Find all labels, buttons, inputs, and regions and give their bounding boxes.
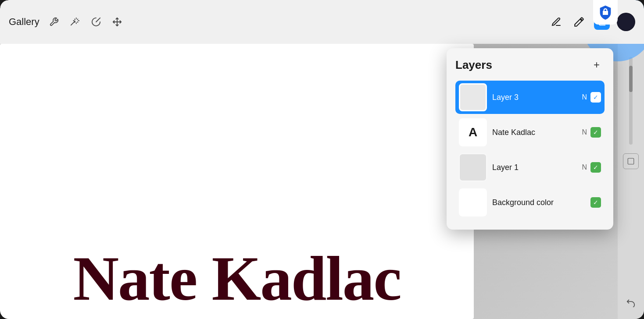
nate-kadlac-checkbox[interactable]: ✓ (590, 127, 601, 138)
background-color-name: Background color (492, 198, 587, 207)
nate-kadlac-mode: N (582, 128, 587, 136)
nate-kadlac-name: Nate Kadlac (492, 128, 578, 137)
layer3-checkbox[interactable]: ✓ (590, 92, 601, 103)
top-bar: Gallery (0, 0, 644, 44)
layer1-thumbnail (459, 153, 487, 181)
canvas-text: Nate Kadlac (0, 247, 474, 310)
pen-tool-button[interactable] (548, 14, 564, 30)
layer1-info: Layer 1 N ✓ (492, 162, 601, 173)
white-canvas: Nate Kadlac (0, 44, 474, 319)
layer-item-layer1[interactable]: Layer 1 N ✓ (455, 151, 605, 184)
square-sidebar-button[interactable] (623, 153, 639, 169)
layer1-name: Layer 1 (492, 163, 578, 172)
selection-tool-button[interactable] (89, 15, 103, 28)
layer1-checkbox[interactable]: ✓ (590, 162, 601, 173)
bitwarden-badge[interactable] (593, 0, 618, 25)
layer-item-layer3[interactable]: Layer 3 N ✓ (455, 81, 605, 114)
color-swatch-button[interactable] (617, 13, 635, 31)
magic-wand-tool-button[interactable] (68, 15, 82, 28)
layer3-mode: N (582, 93, 587, 101)
layer-item-background-color[interactable]: Background color ✓ (455, 186, 605, 219)
layers-title: Layers (455, 58, 492, 72)
layers-header: Layers + (455, 57, 605, 73)
layer3-info: Layer 3 N ✓ (492, 92, 601, 103)
background-color-checkbox[interactable]: ✓ (590, 197, 601, 208)
brush-tool-button[interactable] (571, 14, 587, 30)
layer3-name: Layer 3 (492, 93, 578, 102)
background-color-thumbnail (459, 188, 487, 216)
transform-tool-button[interactable] (111, 15, 124, 28)
background-color-info: Background color ✓ (492, 197, 601, 208)
nate-kadlac-thumbnail: A (459, 118, 487, 146)
top-bar-left: Gallery (9, 15, 124, 28)
gallery-button[interactable]: Gallery (9, 16, 39, 28)
undo-button[interactable] (623, 294, 639, 310)
layers-panel: Layers + Layer 3 N ✓ A Nate Kadlac N ✓ (447, 48, 613, 230)
layer-item-nate-kadlac[interactable]: A Nate Kadlac N ✓ (455, 116, 605, 149)
scrollbar-thumb[interactable] (629, 66, 633, 92)
wrench-tool-button[interactable] (47, 15, 61, 28)
top-bar-right (548, 13, 635, 31)
layer3-thumbnail (459, 83, 487, 111)
scrollbar-track[interactable] (629, 57, 633, 145)
right-sidebar (618, 44, 644, 319)
app-frame: Gallery (0, 0, 644, 319)
layer1-mode: N (582, 163, 587, 171)
bitwarden-icon (597, 4, 613, 20)
svg-rect-0 (628, 158, 634, 164)
add-layer-button[interactable]: + (589, 57, 605, 73)
nate-kadlac-info: Nate Kadlac N ✓ (492, 127, 601, 138)
